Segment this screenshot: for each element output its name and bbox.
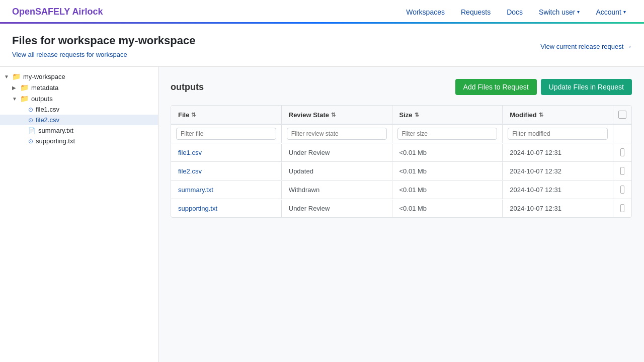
td-review-state-1: Updated xyxy=(282,162,392,180)
sidebar-item-label-metadata: metadata xyxy=(31,84,58,92)
filter-file-input[interactable] xyxy=(176,128,276,140)
view-current-release-link[interactable]: View current release request → xyxy=(540,43,632,50)
table-row: file2.csv Updated <0.01 Mb 2024-10-07 12… xyxy=(171,162,631,180)
nav-requests[interactable]: Requests xyxy=(455,5,497,19)
file-icon-file1-csv: ⊙ xyxy=(28,106,33,113)
col-header-review-state: Review State ⇅ xyxy=(282,106,392,124)
account-chevron-icon: ▾ xyxy=(623,9,626,15)
page-header-left: Files for workspace my-workspace View al… xyxy=(12,34,195,58)
filter-modified-input[interactable] xyxy=(508,128,608,140)
filter-review-state-input[interactable] xyxy=(287,128,387,140)
folder-icon-my-workspace: 📁 xyxy=(12,72,21,80)
update-files-button[interactable]: Update Files in Request xyxy=(541,79,632,95)
nav-links: Workspaces Requests Docs Switch user ▾ A… xyxy=(400,5,632,19)
sort-icon-file[interactable]: ⇅ xyxy=(191,112,196,118)
td-checkbox-2 xyxy=(613,180,631,199)
file-icon-summary-txt: 📄 xyxy=(28,127,36,134)
sort-icon-review-state[interactable]: ⇅ xyxy=(331,112,336,118)
td-checkbox-1 xyxy=(613,162,631,180)
sidebar-item-label-my-workspace: my-workspace xyxy=(23,73,65,80)
brand-logo[interactable]: OpenSAFELY Airlock xyxy=(12,7,103,17)
td-file-2: summary.txt xyxy=(171,181,282,199)
sidebar-item-file1-csv[interactable]: ⊙ file1.csv xyxy=(0,104,158,115)
sort-icon-modified[interactable]: ⇅ xyxy=(539,112,543,118)
td-checkbox-0 xyxy=(613,143,631,161)
sidebar-item-metadata[interactable]: ▶ 📁 metadata xyxy=(0,82,158,93)
td-modified-2: 2024-10-07 12:31 xyxy=(503,181,613,199)
td-size-3: <0.01 Mb xyxy=(392,200,503,217)
sort-icon-size[interactable]: ⇅ xyxy=(415,112,419,118)
table-header: File ⇅ Review State ⇅ Size ⇅ Modified ⇅ xyxy=(171,106,631,125)
row-checkbox-0[interactable] xyxy=(620,148,624,156)
sidebar-item-label-file1-csv: file1.csv xyxy=(36,106,59,113)
td-size-2: <0.01 Mb xyxy=(392,181,503,199)
td-checkbox-3 xyxy=(613,199,631,217)
nav-docs[interactable]: Docs xyxy=(501,5,529,19)
brand-open: OpenSAFELY xyxy=(12,7,70,17)
expand-icon-outputs: ▼ xyxy=(12,96,20,102)
file-link-1[interactable]: file2.csv xyxy=(178,167,202,175)
filter-cell-review-state xyxy=(282,125,392,143)
folder-icon-metadata: 📁 xyxy=(20,83,29,92)
td-size-1: <0.01 Mb xyxy=(392,162,503,180)
sidebar-item-file2-csv[interactable]: ⊙ file2.csv xyxy=(0,115,158,125)
page-header: Files for workspace my-workspace View al… xyxy=(0,24,644,67)
expand-icon-my-workspace: ▼ xyxy=(4,74,12,79)
action-buttons: Add Files to Request Update Files in Req… xyxy=(455,79,632,95)
content-area: outputs Add Files to Request Update File… xyxy=(158,67,644,362)
sidebar-item-label-summary-txt: summary.txt xyxy=(38,127,73,134)
file-link-2[interactable]: summary.txt xyxy=(178,186,213,194)
nav-account[interactable]: Account ▾ xyxy=(590,5,632,19)
sidebar: ▼ 📁 my-workspace ▶ 📁 metadata ▼ 📁 output… xyxy=(0,67,158,362)
filter-cell-size xyxy=(392,125,503,143)
filter-size-input[interactable] xyxy=(397,128,498,140)
filter-cell-modified xyxy=(503,125,613,143)
account-label: Account xyxy=(596,8,621,16)
filter-row xyxy=(171,125,631,143)
brand-airlock: Airlock xyxy=(72,7,103,17)
view-all-requests-link[interactable]: View all release requests for workspace xyxy=(12,51,127,58)
col-label-modified: Modified xyxy=(510,111,536,119)
outputs-header: outputs Add Files to Request Update File… xyxy=(171,79,632,95)
file-table: File ⇅ Review State ⇅ Size ⇅ Modified ⇅ xyxy=(171,105,632,218)
outputs-title: outputs xyxy=(171,82,204,93)
col-header-file: File ⇅ xyxy=(171,106,282,124)
expand-icon-metadata: ▶ xyxy=(12,85,20,90)
switch-user-chevron-icon: ▾ xyxy=(577,9,580,15)
file-link-3[interactable]: supporting.txt xyxy=(178,205,217,212)
td-modified-0: 2024-10-07 12:31 xyxy=(503,144,613,161)
nav-workspaces[interactable]: Workspaces xyxy=(400,5,451,19)
td-file-0: file1.csv xyxy=(171,144,282,161)
main-layout: ▼ 📁 my-workspace ▶ 📁 metadata ▼ 📁 output… xyxy=(0,67,644,362)
page-title: Files for workspace my-workspace xyxy=(12,34,195,47)
table-row: summary.txt Withdrawn <0.01 Mb 2024-10-0… xyxy=(171,180,631,199)
td-review-state-3: Under Review xyxy=(282,200,392,217)
td-size-0: <0.01 Mb xyxy=(392,144,503,161)
sidebar-item-label-outputs: outputs xyxy=(31,95,53,103)
sidebar-item-outputs[interactable]: ▼ 📁 outputs xyxy=(0,93,158,104)
td-modified-1: 2024-10-07 12:32 xyxy=(503,162,613,180)
file-link-0[interactable]: file1.csv xyxy=(178,149,202,156)
nav-switch-user[interactable]: Switch user ▾ xyxy=(533,5,586,19)
sidebar-item-my-workspace[interactable]: ▼ 📁 my-workspace xyxy=(0,71,158,82)
td-review-state-0: Under Review xyxy=(282,144,392,161)
folder-icon-outputs: 📁 xyxy=(20,95,29,103)
col-label-review-state: Review State xyxy=(289,111,329,119)
row-checkbox-3[interactable] xyxy=(620,204,624,212)
col-header-modified: Modified ⇅ xyxy=(503,106,613,124)
td-file-3: supporting.txt xyxy=(171,200,282,217)
row-checkbox-1[interactable] xyxy=(620,167,624,175)
filter-cell-checkbox xyxy=(613,125,631,143)
row-checkbox-2[interactable] xyxy=(620,186,624,194)
sidebar-item-summary-txt[interactable]: 📄 summary.txt xyxy=(0,125,158,136)
col-label-file: File xyxy=(178,111,189,119)
add-files-button[interactable]: Add Files to Request xyxy=(455,79,537,95)
col-header-size: Size ⇅ xyxy=(392,106,503,124)
col-header-checkbox xyxy=(613,106,631,124)
switch-user-label: Switch user xyxy=(539,8,575,16)
navbar: OpenSAFELY Airlock Workspaces Requests D… xyxy=(0,0,644,24)
select-all-checkbox[interactable] xyxy=(618,111,626,119)
table-row: supporting.txt Under Review <0.01 Mb 202… xyxy=(171,199,631,217)
sidebar-item-supporting-txt[interactable]: ⊙ supporting.txt xyxy=(0,136,158,146)
filter-cell-file xyxy=(171,125,282,143)
